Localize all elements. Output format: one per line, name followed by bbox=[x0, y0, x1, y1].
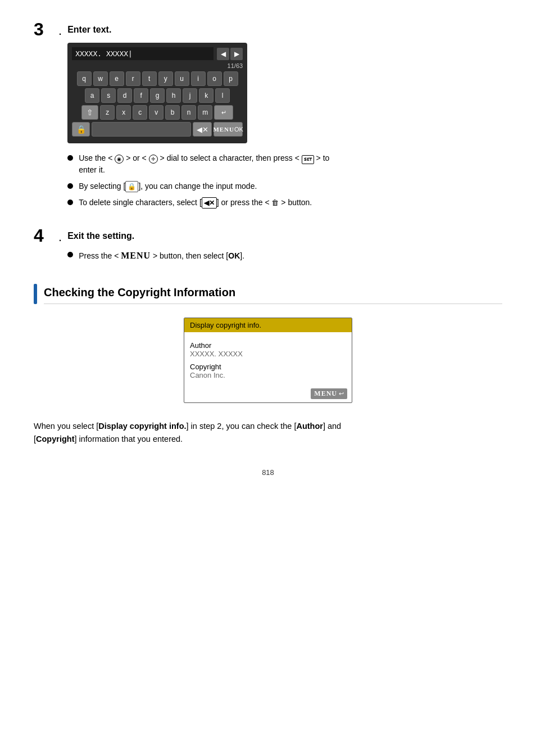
dial-cross-icon: ✛ bbox=[149, 155, 158, 164]
key-h[interactable]: h bbox=[166, 88, 181, 103]
keyboard-counter: 11/63 bbox=[72, 62, 243, 69]
bullet-dot-1 bbox=[67, 155, 73, 161]
key-b[interactable]: b bbox=[165, 105, 180, 120]
keyboard-row-2: a s d f g h j k l bbox=[72, 88, 243, 103]
key-g[interactable]: g bbox=[150, 88, 165, 103]
menu-text-inline: MENU bbox=[121, 251, 151, 260]
keyboard-header: XXXXX. XXXXX| ◀ ▶ bbox=[72, 47, 243, 60]
keyboard-row-3: ⇧ z x c v b n m ↵ bbox=[72, 105, 243, 120]
page-number: 818 bbox=[34, 468, 502, 477]
section-heading-content: Checking the Copyright Information bbox=[44, 284, 502, 304]
delete-char-icon: ◀✕ bbox=[202, 197, 217, 209]
author-bold: Author bbox=[296, 422, 323, 431]
copyright-ui-footer: MENU ↩ bbox=[184, 386, 352, 402]
copyright-ui-container: Display copyright info. Author XXXXX. XX… bbox=[34, 318, 502, 414]
step-3: 3 . Enter text. XXXXX. XXXXX| ◀ ▶ 11/63 … bbox=[34, 22, 502, 213]
key-n[interactable]: n bbox=[181, 105, 196, 120]
menu-back-label: MENU bbox=[314, 390, 337, 398]
step-3-period: . bbox=[58, 24, 62, 38]
step-4: 4 . Exit the setting. Press the < MENU >… bbox=[34, 229, 502, 267]
key-a[interactable]: a bbox=[85, 88, 99, 103]
key-d[interactable]: d bbox=[117, 88, 132, 103]
step-4-content: Exit the setting. Press the < MENU > but… bbox=[67, 229, 502, 267]
key-m[interactable]: m bbox=[198, 105, 212, 120]
key-t[interactable]: t bbox=[142, 71, 157, 86]
dial-circle-icon: ◉ bbox=[115, 155, 124, 164]
bullet-1-text: Use the < ◉ > or < ✛ > dial to select a … bbox=[79, 152, 329, 176]
bullet-2: By selecting [🔒], you can change the inp… bbox=[67, 180, 502, 192]
key-menu-ok[interactable]: MENU OK bbox=[214, 122, 243, 137]
keyboard-row-1: q w e r t y u i o p bbox=[72, 71, 243, 86]
nav-right-button[interactable]: ▶ bbox=[230, 48, 243, 60]
input-mode-icon: 🔒 bbox=[125, 181, 138, 192]
step-4-number: 4 bbox=[34, 227, 58, 245]
key-q[interactable]: q bbox=[77, 71, 92, 86]
keyboard-nav-buttons: ◀ ▶ bbox=[216, 48, 243, 60]
copyright-ui-header: Display copyright info. bbox=[184, 318, 352, 332]
key-z[interactable]: z bbox=[100, 105, 115, 120]
key-delete[interactable]: ◀✕ bbox=[193, 122, 212, 137]
key-s[interactable]: s bbox=[101, 88, 116, 103]
key-e[interactable]: e bbox=[110, 71, 124, 86]
keyboard-ui: XXXXX. XXXXX| ◀ ▶ 11/63 q w e r t y u i … bbox=[67, 43, 247, 143]
key-x[interactable]: x bbox=[116, 105, 131, 120]
key-y[interactable]: y bbox=[158, 71, 173, 86]
section-heading: Checking the Copyright Information bbox=[34, 284, 502, 304]
copyright-label: Copyright bbox=[190, 363, 346, 371]
copyright-ui: Display copyright info. Author XXXXX. XX… bbox=[184, 318, 352, 403]
step-4-bullets: Press the < MENU > button, then select [… bbox=[67, 249, 502, 262]
key-r[interactable]: r bbox=[126, 71, 140, 86]
key-v[interactable]: v bbox=[149, 105, 163, 120]
key-w[interactable]: w bbox=[93, 71, 108, 86]
display-copyright-bold: Display copyright info. bbox=[98, 422, 186, 431]
author-value: XXXXX. XXXXX bbox=[190, 350, 346, 358]
bullet-3: To delete single characters, select [◀✕]… bbox=[67, 197, 502, 209]
key-space[interactable] bbox=[92, 122, 191, 137]
copyright-bold: Copyright bbox=[36, 434, 74, 443]
bullet-2-text: By selecting [🔒], you can change the inp… bbox=[79, 180, 257, 192]
step-4-bullet-text: Press the < MENU > button, then select [… bbox=[79, 249, 244, 262]
key-symbol[interactable]: 🔒 bbox=[72, 122, 90, 137]
ok-label: OK bbox=[228, 251, 240, 260]
copyright-ui-body: Author XXXXX. XXXXX Copyright Canon Inc. bbox=[184, 332, 352, 386]
bullet-3-text: To delete single characters, select [◀✕]… bbox=[79, 197, 312, 209]
section-heading-title: Checking the Copyright Information bbox=[44, 284, 502, 299]
key-f[interactable]: f bbox=[134, 88, 148, 103]
section-blue-bar bbox=[34, 284, 37, 304]
key-o[interactable]: o bbox=[207, 71, 222, 86]
bullet-1: Use the < ◉ > or < ✛ > dial to select a … bbox=[67, 152, 502, 176]
bullet-dot-3 bbox=[67, 200, 73, 205]
step-3-number: 3 bbox=[34, 20, 58, 38]
key-l[interactable]: l bbox=[215, 88, 230, 103]
key-j[interactable]: j bbox=[183, 88, 197, 103]
copyright-value: Canon Inc. bbox=[190, 371, 346, 379]
bullet-dot-4 bbox=[67, 252, 73, 257]
keyboard-text-field[interactable]: XXXXX. XXXXX| bbox=[72, 47, 214, 60]
key-i[interactable]: i bbox=[191, 71, 206, 86]
nav-left-button[interactable]: ◀ bbox=[217, 48, 229, 60]
bullet-dot-2 bbox=[67, 183, 73, 189]
key-p[interactable]: p bbox=[224, 71, 238, 86]
key-u[interactable]: u bbox=[175, 71, 189, 86]
keyboard-row-4: 🔒 ◀✕ MENU OK bbox=[72, 122, 243, 137]
description-text: When you select [Display copyright info.… bbox=[34, 420, 502, 446]
set-button-icon: ꜱᴇᴛ bbox=[302, 155, 314, 164]
menu-back-button[interactable]: MENU ↩ bbox=[311, 388, 347, 399]
step-3-title: Enter text. bbox=[67, 25, 502, 35]
step-4-title: Exit the setting. bbox=[67, 231, 502, 241]
step-3-bullets: Use the < ◉ > or < ✛ > dial to select a … bbox=[67, 152, 502, 209]
key-c[interactable]: c bbox=[133, 105, 147, 120]
back-arrow-icon: ↩ bbox=[339, 390, 344, 397]
step-4-period: . bbox=[58, 230, 62, 245]
step-4-bullet-1: Press the < MENU > button, then select [… bbox=[67, 249, 502, 262]
author-label: Author bbox=[190, 341, 346, 350]
key-k[interactable]: k bbox=[199, 88, 214, 103]
trash-icon: 🗑 bbox=[271, 198, 279, 207]
step-3-content: Enter text. XXXXX. XXXXX| ◀ ▶ 11/63 q w … bbox=[67, 22, 502, 213]
key-shift[interactable]: ⇧ bbox=[81, 105, 98, 120]
key-enter[interactable]: ↵ bbox=[214, 105, 233, 120]
to-word: to bbox=[323, 153, 330, 162]
